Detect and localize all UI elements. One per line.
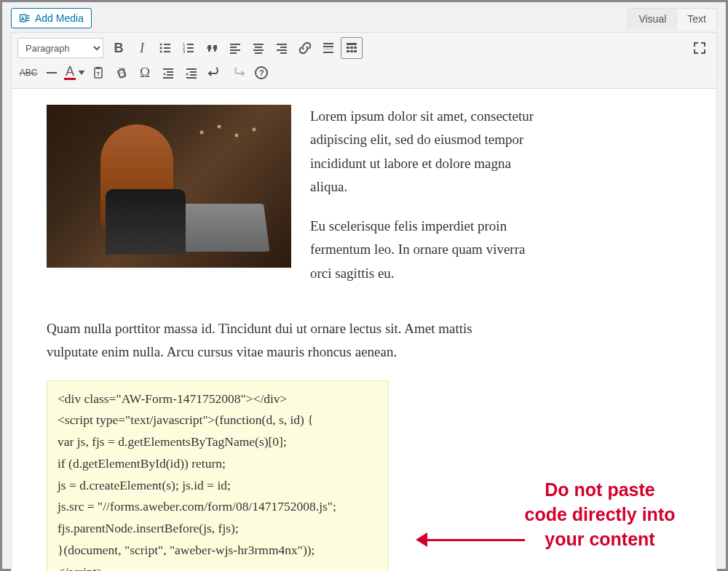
svg-rect-24 [277, 49, 287, 51]
svg-rect-42 [163, 68, 173, 70]
svg-point-1 [22, 16, 23, 17]
svg-rect-32 [350, 47, 353, 49]
paragraph-3: Quam nulla porttitor massa id. Tincidunt… [47, 317, 513, 364]
code-line: js = d.createElement(s); js.id = id; [58, 475, 378, 497]
align-left-button[interactable] [224, 37, 246, 59]
svg-rect-18 [253, 44, 264, 45]
toolbar-toggle-button[interactable] [341, 37, 363, 59]
align-center-button[interactable] [248, 37, 269, 59]
svg-rect-17 [230, 52, 237, 54]
redo-button[interactable] [227, 62, 249, 84]
help-button[interactable]: ? [250, 62, 272, 84]
svg-text:3: 3 [183, 49, 186, 54]
toolbar-row-2: ABC A T Ω ? [17, 60, 711, 85]
svg-rect-28 [323, 49, 333, 49]
svg-rect-36 [354, 50, 357, 52]
toolbar-row-1: Paragraph B I 123 [17, 36, 711, 60]
svg-point-4 [160, 47, 162, 49]
editor-frame: Add Media Visual Text Paragraph B I 123 [0, 0, 728, 571]
blockquote-button[interactable] [201, 37, 223, 59]
tab-visual[interactable]: Visual [628, 9, 676, 29]
svg-rect-14 [230, 44, 240, 45]
editor-wrapper: Paragraph B I 123 ABC A T [11, 32, 717, 571]
svg-rect-37 [47, 72, 57, 73]
code-line: <script type="text/javascript">(function… [58, 410, 378, 431]
strikethrough-button[interactable]: ABC [17, 62, 39, 84]
code-line: var js, fjs = d.getElementsByTagName(s)[… [58, 431, 378, 453]
horizontal-rule-button[interactable] [41, 62, 63, 84]
add-media-button[interactable]: Add Media [11, 8, 92, 28]
outdent-button[interactable] [157, 62, 179, 84]
svg-rect-34 [347, 50, 349, 52]
editor-tabs: Visual Text [628, 8, 717, 29]
add-media-label: Add Media [35, 12, 84, 24]
svg-rect-25 [280, 52, 287, 54]
link-button[interactable] [294, 37, 316, 59]
tab-text[interactable]: Text [676, 9, 716, 29]
annotation-line-3: your content [505, 527, 695, 552]
svg-rect-26 [323, 43, 333, 44]
svg-rect-23 [280, 47, 287, 48]
text-color-button[interactable]: A [64, 62, 86, 84]
editor-content[interactable]: Lorem ipsum dolor sit amet, consectetur … [12, 89, 716, 571]
svg-rect-7 [164, 51, 170, 52]
special-char-button[interactable]: Ω [134, 62, 156, 84]
svg-rect-9 [187, 44, 194, 45]
bold-button[interactable]: B [108, 37, 130, 59]
code-line: if (d.getElementById(id)) return; [58, 453, 378, 475]
paragraph-1: Lorem ipsum dolor sit amet, consectetur … [310, 105, 536, 199]
paste-text-button[interactable]: T [87, 62, 109, 84]
svg-rect-11 [187, 47, 194, 49]
code-block: <div class="AW-Form-1471752008"></div> <… [47, 380, 389, 571]
numbered-list-button[interactable]: 123 [178, 37, 199, 59]
svg-rect-48 [190, 74, 197, 76]
annotation-line-1: Do not paste [505, 478, 695, 503]
paragraph-2: Eu scelerisque felis imperdiet proin fer… [310, 215, 536, 285]
italic-button[interactable]: I [131, 37, 153, 59]
content-image[interactable] [47, 105, 291, 268]
svg-rect-45 [163, 77, 173, 79]
align-right-button[interactable] [271, 37, 293, 59]
svg-rect-19 [255, 47, 262, 48]
svg-rect-3 [164, 44, 170, 45]
svg-rect-49 [186, 77, 197, 79]
svg-text:?: ? [259, 68, 264, 77]
distraction-free-button[interactable] [689, 37, 711, 59]
annotation-line-2: code directly into [505, 503, 695, 527]
insert-more-button[interactable] [317, 37, 339, 59]
svg-rect-5 [164, 47, 170, 49]
indent-button[interactable] [181, 62, 202, 84]
svg-rect-20 [253, 49, 264, 51]
code-line: </script> [58, 562, 378, 571]
svg-rect-30 [347, 43, 357, 45]
editor-toolbar: Paragraph B I 123 ABC A T [12, 33, 716, 89]
svg-rect-43 [167, 71, 173, 73]
svg-rect-44 [167, 74, 173, 76]
clear-formatting-button[interactable] [111, 62, 132, 84]
bullet-list-button[interactable] [154, 37, 176, 59]
content-top-row: Lorem ipsum dolor sit amet, consectetur … [47, 105, 681, 301]
svg-rect-35 [350, 50, 353, 52]
svg-rect-13 [187, 51, 194, 52]
svg-rect-21 [255, 52, 262, 54]
svg-rect-15 [230, 47, 237, 48]
top-bar: Add Media Visual Text [11, 8, 717, 29]
svg-rect-31 [347, 47, 349, 49]
code-line: js.src = "//forms.aweber.com/form/08/147… [58, 496, 378, 518]
format-select[interactable]: Paragraph [17, 38, 103, 58]
svg-rect-46 [186, 68, 197, 70]
media-icon [19, 12, 31, 24]
svg-rect-47 [190, 71, 197, 73]
svg-rect-16 [230, 49, 240, 51]
code-line: fjs.parentNode.insertBefore(js, fjs); [58, 518, 378, 540]
svg-point-2 [160, 44, 162, 46]
content-side-text: Lorem ipsum dolor sit amet, consectetur … [310, 105, 536, 301]
code-line: <div class="AW-Form-1471752008"></div> [58, 388, 378, 410]
annotation-text: Do not paste code directly into your con… [505, 478, 695, 551]
svg-rect-33 [354, 47, 357, 49]
code-line: }(document, "script", "aweber-wjs-hr3rmm… [58, 540, 378, 562]
undo-button[interactable] [204, 62, 226, 84]
svg-point-6 [160, 51, 162, 53]
svg-text:T: T [97, 71, 100, 77]
svg-rect-39 [96, 67, 100, 69]
